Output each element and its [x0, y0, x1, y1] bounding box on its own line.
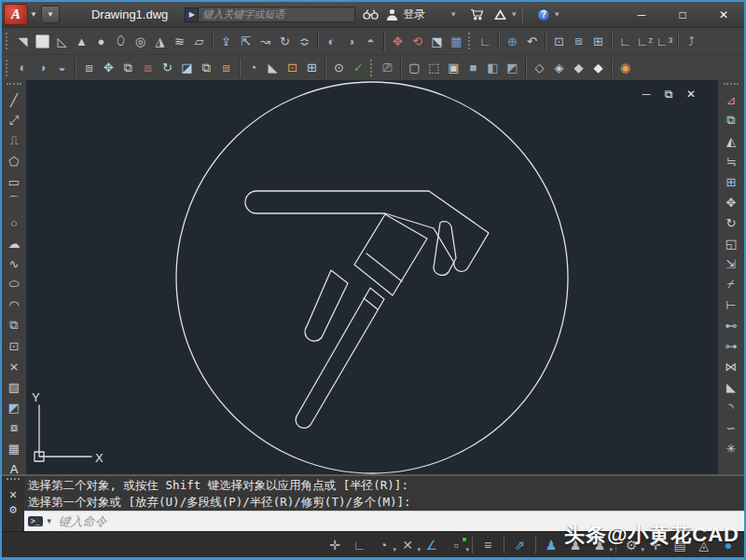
cone-icon[interactable]: ▲ — [72, 30, 91, 52]
erase-icon[interactable]: ⊿ — [720, 89, 742, 110]
ucs-view-icon[interactable]: ⊞ — [588, 30, 608, 52]
quick-access-dropdown-button[interactable]: ▼ — [41, 6, 60, 23]
sphere-icon[interactable]: ● — [91, 30, 111, 52]
move-icon[interactable]: ✥ — [720, 192, 742, 212]
revision-cloud-icon[interactable]: ☁ — [3, 233, 25, 253]
fillet-edge-icon[interactable]: ◔ — [243, 57, 263, 79]
insert-block-icon[interactable]: ⧉ — [3, 315, 25, 335]
app-logo-icon[interactable]: A — [4, 4, 28, 25]
viewport-minimize-button[interactable]: ─ — [640, 88, 653, 101]
annotation-visibility-icon[interactable]: ♟ — [539, 534, 563, 556]
delete-faces-icon[interactable]: ⧈ — [138, 57, 158, 79]
command-history[interactable]: 选择第二个对象, 或按住 Shift 键选择对象以应用角点或 [半径(R)]: … — [24, 476, 744, 511]
intersect-icon[interactable]: ◓ — [361, 30, 380, 52]
search-history-icon[interactable]: ▶ — [185, 7, 199, 22]
pyramid-icon[interactable]: ◮ — [150, 30, 170, 52]
render-high-icon[interactable]: ◆ — [588, 57, 608, 79]
sweep-icon[interactable]: ↝ — [256, 30, 275, 52]
blend-curves-icon[interactable]: ∽ — [720, 417, 742, 438]
toolbar-grip[interactable] — [370, 60, 375, 76]
move-faces-icon[interactable]: ✥ — [99, 57, 118, 79]
intersect-small-icon[interactable]: ◒ — [52, 57, 72, 79]
rotate-faces-icon[interactable]: ↻ — [158, 57, 177, 79]
array-icon[interactable]: ⊞ — [720, 171, 742, 192]
taper-faces-icon[interactable]: ◪ — [177, 57, 197, 79]
toolbar-grip[interactable] — [6, 60, 10, 76]
region-icon[interactable]: ⧇ — [3, 417, 25, 438]
chamfer-icon[interactable]: ◣ — [720, 376, 742, 397]
torus-icon[interactable]: ◎ — [131, 30, 150, 52]
command-prompt-caret-icon[interactable]: ▼ — [46, 517, 53, 526]
rotate-icon[interactable]: ↻ — [720, 212, 742, 233]
toolbar-grip[interactable] — [6, 33, 10, 49]
ellipse-arc-icon[interactable]: ◠ — [3, 294, 25, 315]
ortho-mode-icon[interactable]: ∟ — [347, 534, 371, 556]
vs-conceptual-icon[interactable]: ◧ — [483, 57, 503, 79]
union-icon[interactable]: ◐ — [322, 30, 341, 52]
color-faces-icon[interactable]: ⧈ — [216, 57, 236, 79]
box-icon[interactable]: ⬜ — [33, 30, 52, 52]
toolbar-grip[interactable] — [468, 33, 473, 49]
help-icon[interactable]: ? — [537, 8, 550, 21]
vs-2d-wireframe-icon[interactable]: ▢ — [405, 57, 424, 79]
object-snap-tracking-icon[interactable]: ∠ — [420, 534, 444, 556]
exchange-caret-icon[interactable]: ▼ — [510, 10, 518, 19]
dynamic-input-icon[interactable]: ✛ — [323, 534, 347, 556]
clean-icon[interactable]: ✓ — [349, 57, 368, 79]
toolbar-grip[interactable] — [7, 83, 21, 88]
scale-icon[interactable]: ◱ — [720, 233, 742, 253]
ucs-previous-icon[interactable]: ↶ — [522, 30, 542, 52]
wedge-icon[interactable]: ◺ — [52, 30, 72, 52]
lineweight-icon[interactable]: ≡ — [476, 534, 500, 556]
exchange-apps-icon[interactable] — [493, 8, 507, 20]
circle-icon[interactable]: ○ — [3, 212, 25, 233]
helix-icon[interactable]: ≋ — [170, 30, 189, 52]
ucs-object-icon[interactable]: ⧈ — [569, 30, 588, 52]
binoculars-search-icon[interactable] — [363, 8, 379, 20]
ucs-rotate-x-icon[interactable]: ⤴ — [682, 30, 701, 52]
ucs-face-icon[interactable]: ⊡ — [549, 30, 569, 52]
make-block-icon[interactable]: ⊡ — [3, 335, 25, 356]
mirror-icon[interactable]: ◭ — [720, 130, 742, 151]
copy-edges-icon[interactable]: ⊞ — [302, 57, 322, 79]
selection-cycling-icon[interactable]: ⇗ — [507, 534, 532, 556]
presspull-icon[interactable]: ⇱ — [236, 30, 256, 52]
copy-icon[interactable]: ⧉ — [720, 110, 742, 130]
chamfer-edge-icon[interactable]: ◣ — [263, 57, 283, 79]
section-plane-icon[interactable]: ⎚ — [378, 57, 397, 79]
hatch-icon[interactable]: ▨ — [3, 376, 25, 397]
ellipse-icon[interactable]: ⬭ — [3, 274, 25, 294]
extrude-icon[interactable]: ⇪ — [216, 30, 236, 52]
toolbar-grip[interactable] — [724, 83, 739, 88]
user-icon[interactable] — [386, 8, 398, 20]
ucs-icon[interactable]: ∟ — [476, 30, 495, 52]
model-space-canvas[interactable]: ─ ⧉ ✕ — [26, 80, 718, 474]
polar-tracking-icon[interactable]: ◔▾ — [371, 534, 395, 556]
spline-icon[interactable]: ∿ — [3, 253, 25, 274]
render-medium-icon[interactable]: ◆ — [569, 57, 588, 79]
3d-move-icon[interactable]: ✥ — [388, 30, 408, 52]
isometric-drafting-icon[interactable]: ✕▾ — [395, 534, 420, 556]
construction-line-icon[interactable]: ⤢ — [3, 110, 25, 130]
subtract-icon[interactable]: ◑ — [341, 30, 361, 52]
gradient-icon[interactable]: ◩ — [3, 397, 25, 417]
command-prompt-icon[interactable]: >_ — [28, 516, 43, 526]
login-label[interactable]: 登录 — [403, 7, 425, 22]
render-draft-icon[interactable]: ◇ — [530, 57, 549, 79]
join-icon[interactable]: ⋈ — [720, 356, 742, 376]
search-input[interactable]: 键入关键字或短语 — [199, 7, 355, 22]
break-at-point-icon[interactable]: ⊷ — [720, 315, 742, 335]
offset-icon[interactable]: ≒ — [720, 151, 742, 171]
multiline-text-icon[interactable]: A — [3, 458, 25, 479]
vs-wireframe-icon[interactable]: ⬚ — [424, 57, 444, 79]
revolve-icon[interactable]: ↻ — [275, 30, 295, 52]
3d-array-icon[interactable]: ▦ — [447, 30, 466, 52]
help-caret-icon[interactable]: ▼ — [553, 10, 560, 19]
object-snap-icon[interactable]: ▫▾ — [444, 534, 468, 556]
break-icon[interactable]: ⊶ — [720, 335, 742, 356]
vs-shaded-icon[interactable]: ◩ — [503, 57, 522, 79]
extend-icon[interactable]: ⊢ — [720, 294, 742, 315]
arc-icon[interactable]: ⌒ — [3, 192, 25, 212]
imprint-icon[interactable]: ⊙ — [329, 57, 349, 79]
explode-icon[interactable]: ✳ — [720, 438, 742, 458]
